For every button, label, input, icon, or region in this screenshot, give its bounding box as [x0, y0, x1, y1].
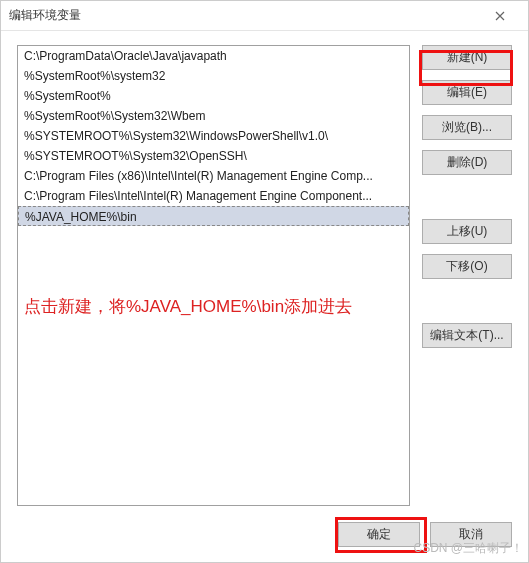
delete-button[interactable]: 删除(D) — [422, 150, 512, 175]
ok-button[interactable]: 确定 — [338, 522, 420, 547]
cancel-button[interactable]: 取消 — [430, 522, 512, 547]
movedown-button[interactable]: 下移(O) — [422, 254, 512, 279]
button-column: 新建(N) 编辑(E) 浏览(B)... 删除(D) 上移(U) 下移(O) 编… — [422, 45, 512, 506]
list-item[interactable]: %SystemRoot%\System32\Wbem — [18, 106, 409, 126]
dialog-footer: 确定 取消 — [1, 506, 528, 562]
content-area: C:\ProgramData\Oracle\Java\javapath %Sys… — [1, 31, 528, 506]
list-item-selected[interactable]: %JAVA_HOME%\bin — [18, 206, 409, 226]
list-item[interactable]: %SYSTEMROOT%\System32\WindowsPowerShell\… — [18, 126, 409, 146]
close-button[interactable] — [480, 4, 520, 28]
titlebar: 编辑环境变量 — [1, 1, 528, 31]
moveup-button[interactable]: 上移(U) — [422, 219, 512, 244]
list-item[interactable]: C:\Program Files\Intel\Intel(R) Manageme… — [18, 186, 409, 206]
new-button[interactable]: 新建(N) — [422, 45, 512, 70]
list-item[interactable]: %SystemRoot%\system32 — [18, 66, 409, 86]
edit-button[interactable]: 编辑(E) — [422, 80, 512, 105]
edittext-button[interactable]: 编辑文本(T)... — [422, 323, 512, 348]
path-listbox[interactable]: C:\ProgramData\Oracle\Java\javapath %Sys… — [17, 45, 410, 506]
browse-button[interactable]: 浏览(B)... — [422, 115, 512, 140]
close-icon — [495, 11, 505, 21]
list-item[interactable]: C:\ProgramData\Oracle\Java\javapath — [18, 46, 409, 66]
dialog-title: 编辑环境变量 — [9, 7, 480, 24]
annotation-text: 点击新建，将%JAVA_HOME%\bin添加进去 — [24, 294, 403, 320]
dialog-window: 编辑环境变量 C:\ProgramData\Oracle\Java\javapa… — [0, 0, 529, 563]
list-item[interactable]: C:\Program Files (x86)\Intel\Intel(R) Ma… — [18, 166, 409, 186]
list-item[interactable]: %SYSTEMROOT%\System32\OpenSSH\ — [18, 146, 409, 166]
list-item[interactable]: %SystemRoot% — [18, 86, 409, 106]
